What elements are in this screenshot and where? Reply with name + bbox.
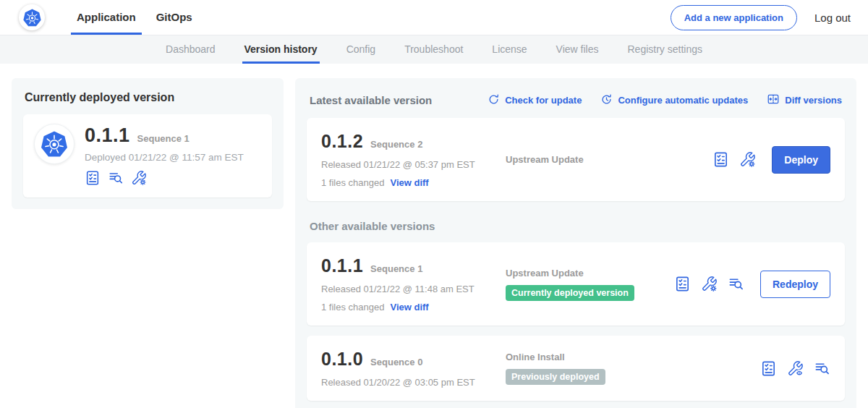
tab-dashboard[interactable]: Dashboard	[166, 35, 216, 64]
config-wrench-gear-icon[interactable]	[739, 151, 756, 168]
configure-automatic-updates-label: Configure automatic updates	[618, 95, 748, 106]
files-changed-label: 1 files changed	[321, 177, 384, 188]
tab-gitops[interactable]: GitOps	[146, 0, 203, 35]
tab-view-files[interactable]: View files	[556, 35, 599, 64]
config-wrench-eye-icon[interactable]	[787, 360, 804, 377]
app-subnav: Dashboard Version history Config Trouble…	[0, 35, 868, 64]
diff-columns-icon	[767, 93, 780, 108]
currently-deployed-panel: Currently deployed version 0.1.1 Sequenc…	[12, 78, 284, 209]
app-header: Application GitOps Add a new application…	[0, 0, 868, 35]
sequence-label: Sequence 1	[370, 263, 422, 274]
deploy-button[interactable]: Deploy	[772, 146, 830, 174]
released-timestamp: Released 01/20/22 @ 03:05 pm EST	[321, 377, 506, 388]
files-changed-label: 1 files changed	[321, 302, 384, 313]
version-source-label: Upstream Update	[506, 268, 674, 279]
version-number: 0.1.2	[321, 131, 363, 152]
deployed-version-number: 0.1.1	[85, 124, 130, 147]
tab-registry-settings[interactable]: Registry settings	[628, 35, 702, 64]
currently-deployed-badge: Currently deployed version	[506, 285, 634, 301]
clock-refresh-icon	[600, 93, 613, 108]
tab-troubleshoot[interactable]: Troubleshoot	[404, 35, 463, 64]
deployed-timestamp: Deployed 01/21/22 @ 11:57 am EST	[85, 152, 244, 163]
deployed-sequence-label: Sequence 1	[137, 133, 190, 144]
config-wrench-gear-icon[interactable]	[131, 170, 147, 186]
release-notes-icon[interactable]	[108, 170, 124, 186]
version-history-panel: Latest available version Check for updat…	[295, 78, 856, 408]
header-tabs: Application GitOps	[67, 0, 203, 35]
tab-license[interactable]: License	[492, 35, 527, 64]
configure-automatic-updates-link[interactable]: Configure automatic updates	[600, 93, 748, 108]
check-for-update-label: Check for update	[505, 95, 582, 106]
version-row-0-1-2: 0.1.2 Sequence 2 Released 01/21/22 @ 05:…	[307, 118, 845, 201]
released-timestamp: Released 01/21/22 @ 11:48 am EST	[321, 284, 506, 294]
config-wrench-gear-icon[interactable]	[701, 276, 718, 292]
deployed-version-card: 0.1.1 Sequence 1 Deployed 01/21/22 @ 11:…	[23, 114, 272, 197]
add-new-application-button[interactable]: Add a new application	[671, 5, 797, 30]
diff-versions-label: Diff versions	[785, 95, 842, 106]
tab-application[interactable]: Application	[67, 0, 146, 35]
version-row-0-1-1: 0.1.1 Sequence 1 Released 01/21/22 @ 11:…	[307, 242, 845, 326]
version-source-label: Online Install	[506, 352, 760, 362]
logout-button[interactable]: Log out	[814, 12, 851, 24]
preflight-checklist-icon[interactable]	[760, 360, 777, 377]
latest-available-title: Latest available version	[310, 94, 432, 106]
version-row-0-1-0: 0.1.0 Sequence 0 Released 01/20/22 @ 03:…	[307, 336, 845, 401]
tab-version-history[interactable]: Version history	[244, 35, 318, 64]
view-diff-link[interactable]: View diff	[390, 177, 428, 188]
previously-deployed-badge: Previously deployed	[506, 369, 605, 385]
sequence-label: Sequence 2	[370, 139, 422, 150]
currently-deployed-title: Currently deployed version	[25, 91, 271, 104]
version-number: 0.1.1	[321, 255, 363, 276]
sequence-label: Sequence 0	[370, 357, 422, 367]
app-icon-kubernetes	[35, 124, 74, 163]
preflight-checklist-icon[interactable]	[712, 151, 729, 168]
preflight-checklist-icon[interactable]	[674, 276, 691, 292]
version-source-label: Upstream Update	[506, 154, 712, 165]
preflight-checklist-icon[interactable]	[85, 170, 101, 186]
tab-config[interactable]: Config	[346, 35, 375, 64]
release-notes-icon[interactable]	[728, 276, 744, 292]
diff-versions-link[interactable]: Diff versions	[767, 93, 842, 108]
release-notes-icon[interactable]	[814, 360, 830, 377]
kubernetes-logo	[19, 4, 45, 30]
version-number: 0.1.0	[321, 349, 363, 370]
view-diff-link[interactable]: View diff	[390, 302, 428, 313]
check-for-update-link[interactable]: Check for update	[488, 93, 582, 108]
refresh-icon	[488, 93, 500, 108]
released-timestamp: Released 01/21/22 @ 05:37 pm EST	[321, 159, 506, 170]
redeploy-button[interactable]: Redeploy	[760, 271, 830, 298]
other-available-title: Other available versions	[310, 220, 842, 232]
